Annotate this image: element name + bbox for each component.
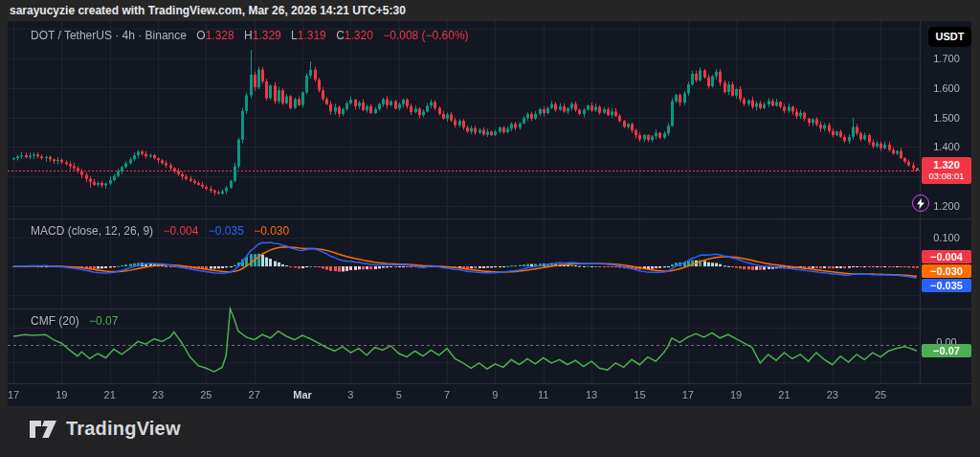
time-tick-label: 13 [586, 389, 597, 400]
time-tick-label: 21 [778, 389, 790, 400]
time-tick-label: 25 [875, 389, 886, 400]
ohlc-close: C1.320 [336, 29, 373, 42]
price-tick-label: 1.500 [922, 112, 971, 124]
ohlc-open: O1.328 [196, 29, 234, 42]
time-tick-label: Mar [293, 389, 312, 400]
bar-countdown: 03:08:01 [922, 171, 971, 182]
price-tick-label: 1.700 [922, 53, 971, 64]
attribution-text: sarayucyzie created with TradingView.com… [10, 4, 406, 17]
time-tick-label: 15 [634, 389, 645, 400]
ohlc-high: H1.329 [244, 29, 281, 42]
time-tick-label: 17 [682, 389, 694, 400]
time-tick-label: 3 [347, 389, 353, 400]
macd-signal-value: −0.030 [254, 224, 289, 238]
attribution-bar: sarayucyzie created with TradingView.com… [0, 0, 980, 21]
cmf-legend: CMF (20) −0.07 [31, 314, 118, 328]
macd-tick-label: 0.100 [922, 232, 971, 243]
time-tick-label: 9 [492, 389, 498, 400]
macd-hist-value: −0.004 [163, 224, 198, 238]
tradingview-logo-icon [29, 419, 57, 440]
time-tick-label: 7 [444, 389, 450, 400]
ohlc-low: L1.319 [291, 29, 326, 42]
price-tick-label: 1.600 [922, 82, 971, 94]
last-price-badge: 1.320 03:08:01 [922, 157, 971, 184]
currency-button[interactable]: USDT [928, 27, 971, 47]
macd-hist-badge: −0.004 [922, 250, 971, 263]
time-tick-label: 11 [538, 389, 548, 400]
footer-bar: TradingView [0, 407, 980, 457]
flash-icon[interactable] [912, 194, 929, 212]
chart-panel: DOT / TetherUS · 4h · Binance O1.328 H1.… [8, 21, 971, 406]
macd-legend: MACD (close, 12, 26, 9) −0.004 −0.035 −0… [31, 224, 289, 238]
cmf-badge: −0.07 [922, 344, 971, 357]
symbol-title[interactable]: DOT / TetherUS · 4h · Binance [31, 29, 187, 42]
macd-signal-badge: −0.030 [922, 264, 971, 278]
time-tick-label: 17 [8, 389, 19, 400]
time-tick-label: 25 [200, 389, 212, 400]
time-tick-label: 19 [56, 389, 67, 400]
price-tick-label: 1.400 [922, 141, 971, 152]
cmf-value: −0.07 [89, 314, 118, 328]
macd-line-value: −0.035 [209, 224, 244, 238]
time-tick-label: 23 [827, 389, 838, 400]
time-tick-label: 21 [104, 389, 116, 400]
brand-wordmark: TradingView [66, 418, 181, 440]
change-value: −0.008 (−0.60%) [383, 29, 468, 42]
time-tick-label: 27 [249, 389, 260, 400]
macd-title[interactable]: MACD (close, 12, 26, 9) [31, 224, 153, 238]
time-tick-label: 5 [396, 389, 402, 400]
tradingview-snapshot: sarayucyzie created with TradingView.com… [0, 0, 980, 457]
last-price: 1.320 [933, 159, 960, 171]
time-tick-label: 19 [730, 389, 742, 400]
time-tick-label: 23 [152, 389, 164, 400]
symbol-legend: DOT / TetherUS · 4h · Binance O1.328 H1.… [31, 29, 469, 42]
cmf-title[interactable]: CMF (20) [31, 314, 79, 328]
chart-canvas[interactable] [8, 21, 971, 406]
tradingview-brand[interactable]: TradingView [29, 418, 181, 440]
macd-line-badge: −0.035 [922, 279, 971, 292]
